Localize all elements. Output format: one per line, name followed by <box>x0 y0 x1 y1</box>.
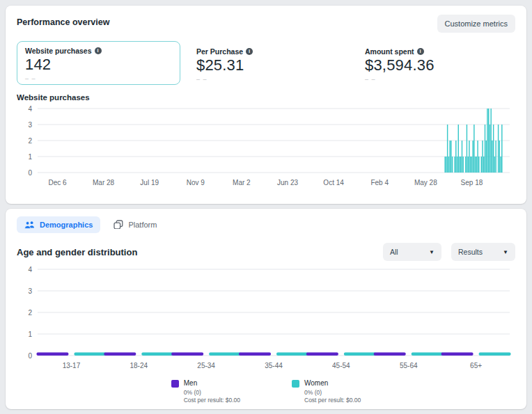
tab-label: Platform <box>128 221 157 229</box>
legend-pct: 0% (0) <box>184 389 240 397</box>
metric-amount-spent[interactable]: Amount spent i $3,594.36 – – <box>365 41 435 83</box>
info-icon[interactable]: i <box>417 48 424 55</box>
gender-filter-dropdown[interactable]: All ▼ <box>383 243 441 261</box>
legend-cost: Cost per result: $0.00 <box>184 397 240 404</box>
purchase-bar <box>457 157 457 173</box>
demographics-card: Demographics Platform Age and gender dis… <box>6 209 526 409</box>
men-color-swatch <box>171 380 179 388</box>
women-bar <box>479 353 511 356</box>
x-tick-label: Feb 4 <box>370 179 389 186</box>
legend-women: Women 0% (0) Cost per result: $0.00 <box>292 379 361 404</box>
women-bar <box>209 353 241 356</box>
tab-demographics[interactable]: Demographics <box>17 216 100 233</box>
purchase-bar <box>452 157 453 173</box>
purchase-bar <box>459 157 460 173</box>
men-bar <box>36 353 68 356</box>
purchase-bar <box>478 157 479 173</box>
women-bar <box>412 353 444 356</box>
y-tick-label: 1 <box>28 153 32 161</box>
age-gender-title: Age and gender distribution <box>17 247 137 257</box>
x-tick-label: Dec 6 <box>48 179 67 186</box>
metric-label: Website purchases <box>25 47 92 55</box>
info-icon[interactable]: i <box>246 48 253 55</box>
performance-overview-title: Performance overview <box>17 15 109 27</box>
x-tick-label: 45-54 <box>332 362 350 369</box>
y-tick-label: 4 <box>28 266 32 273</box>
purchase-bar <box>472 141 473 173</box>
y-tick-label: 3 <box>28 121 32 129</box>
purchase-bar <box>474 125 474 173</box>
men-bar <box>441 353 474 356</box>
purchase-bar <box>490 125 490 173</box>
x-tick-label: Jun 23 <box>277 179 298 186</box>
purchase-bar <box>444 157 445 173</box>
women-bar <box>141 353 173 356</box>
purchase-bar <box>467 125 467 173</box>
x-tick-label: Mar 2 <box>233 179 251 186</box>
purchase-bar <box>458 125 459 173</box>
purchase-bar <box>467 157 468 173</box>
metric-per-purchase[interactable]: Per Purchase i $25.31 – – <box>196 41 357 83</box>
purchases-chart: 01234Dec 6Mar 28Jul 19Nov 9Mar 2Jun 23Oc… <box>17 102 515 196</box>
men-bar <box>374 353 406 356</box>
metric-value: $25.31 <box>196 56 357 74</box>
tab-platform[interactable]: Platform <box>106 216 164 233</box>
purchase-bar <box>485 125 485 173</box>
men-bar <box>104 353 136 356</box>
chart-legend: Men 0% (0) Cost per result: $0.00 Women … <box>17 379 515 404</box>
metrics-row: Website purchases i 142 – – Per Purchase… <box>17 41 515 85</box>
y-tick-label: 1 <box>28 331 32 338</box>
people-icon <box>24 221 35 229</box>
purchase-bar <box>486 141 487 173</box>
legend-name: Men <box>184 379 240 387</box>
tab-label: Demographics <box>40 221 93 229</box>
purchase-bar <box>477 141 478 173</box>
purchase-bar <box>490 109 491 173</box>
purchase-bar <box>455 141 456 173</box>
purchase-bar <box>448 157 449 173</box>
info-icon[interactable]: i <box>95 47 102 54</box>
x-tick-label: Jul 19 <box>140 179 159 186</box>
purchase-bar <box>482 141 483 173</box>
purchase-bar <box>475 157 476 173</box>
purchase-bar <box>469 141 469 173</box>
x-tick-label: 35-44 <box>265 362 283 369</box>
men-bar <box>306 353 338 356</box>
purchase-bar <box>451 141 451 173</box>
women-bar <box>74 353 106 356</box>
purchase-bar <box>463 157 464 173</box>
purchase-bar <box>500 157 501 173</box>
metric-value: 142 <box>25 56 172 74</box>
y-tick-label: 0 <box>28 169 32 177</box>
purchase-bar <box>487 109 487 173</box>
men-bar <box>171 353 203 356</box>
purchase-bar <box>471 157 472 173</box>
purchase-bar <box>446 157 446 173</box>
y-tick-label: 2 <box>28 309 32 317</box>
purchase-bar <box>470 157 471 173</box>
tabs-row: Demographics Platform <box>17 216 515 233</box>
chevron-down-icon: ▼ <box>429 249 435 255</box>
purchase-bar <box>462 141 462 173</box>
purchase-bar <box>481 157 482 173</box>
purchase-bar <box>465 157 466 173</box>
purchase-bar <box>447 125 448 173</box>
women-color-swatch <box>292 380 299 388</box>
x-tick-label: 55-64 <box>400 362 418 369</box>
customize-metrics-button[interactable]: Customize metrics <box>437 15 515 33</box>
purchases-chart-title: Website purchases <box>17 93 515 102</box>
x-tick-label: Nov 9 <box>187 179 205 186</box>
legend-name: Women <box>304 379 361 387</box>
x-tick-label: 65+ <box>470 362 482 369</box>
dropdown-value: All <box>390 248 398 256</box>
metric-label: Per Purchase <box>196 47 243 56</box>
metric-website-purchases[interactable]: Website purchases i 142 – – <box>17 41 180 85</box>
metric-type-dropdown[interactable]: Results ▼ <box>451 243 515 261</box>
purchase-bar <box>449 141 450 173</box>
y-tick-label: 0 <box>28 352 32 360</box>
x-tick-label: May 28 <box>414 179 437 186</box>
purchase-bar <box>493 125 494 173</box>
purchase-bar <box>454 157 455 173</box>
legend-cost: Cost per result: $0.00 <box>304 397 361 404</box>
x-tick-label: Sep 18 <box>461 179 483 186</box>
